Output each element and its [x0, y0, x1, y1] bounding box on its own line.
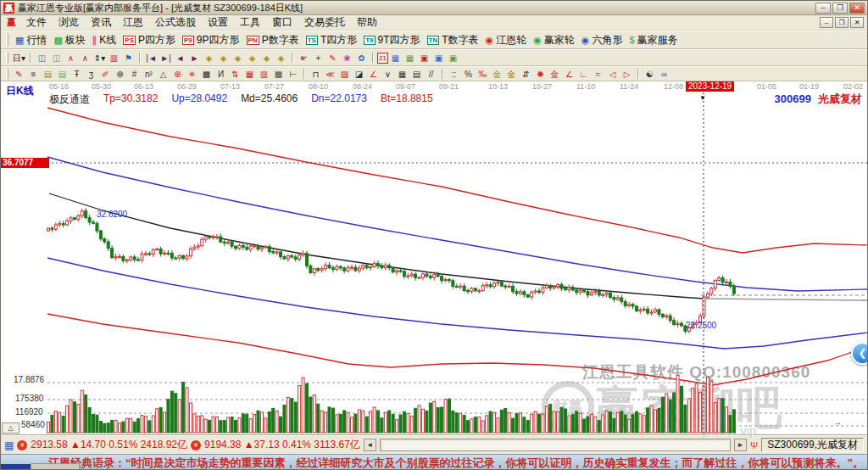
tool-icon-button[interactable]: 金: [548, 68, 562, 81]
tool-icon-button[interactable]: ⇕▾: [92, 52, 107, 64]
tool-icon-button[interactable]: ◈: [259, 52, 274, 64]
market-grid-icon[interactable]: ▦: [4, 439, 14, 451]
toolbar-button-T四方形[interactable]: TST四方形: [303, 31, 361, 48]
tool-icon-button[interactable]: +: [311, 52, 326, 64]
toolbar-button-板块[interactable]: ▩板块: [50, 31, 88, 48]
tool-icon-button[interactable]: %: [461, 68, 476, 81]
toolbar-button-P四方形[interactable]: PSP四方形: [120, 31, 179, 48]
tool-icon-button[interactable]: ✎: [326, 52, 340, 64]
status-scrollbar-left-button[interactable]: ◄: [364, 439, 376, 451]
tool-icon-button[interactable]: ✎: [12, 68, 26, 81]
tool-icon-button[interactable]: ▣: [417, 52, 431, 64]
toolbar-button-P数字表[interactable]: PNP数字表: [243, 31, 303, 48]
tool-icon-button[interactable]: ≪: [323, 68, 337, 81]
tool-icon-button[interactable]: 日▾: [12, 52, 26, 64]
tool-icon-button[interactable]: ⚑: [121, 52, 136, 64]
tool-icon-button[interactable]: ▩: [199, 68, 214, 81]
tool-icon-button[interactable]: ∠: [562, 68, 576, 81]
tool-icon-button[interactable]: ►|: [159, 52, 173, 64]
menu-item-交易委托[interactable]: 交易委托: [298, 15, 351, 30]
toolbar-button-赢家轮[interactable]: ◉赢家轮: [530, 31, 578, 48]
tool-icon-button[interactable]: ▤: [55, 68, 70, 81]
menu-item-浏览[interactable]: 浏览: [53, 15, 85, 30]
tool-icon-button[interactable]: И: [214, 68, 228, 81]
menu-item-公式选股[interactable]: 公式选股: [149, 15, 202, 30]
tool-icon-button[interactable]: ≡: [26, 68, 41, 81]
toolbar-button-赢家服务[interactable]: $赢家服务: [626, 31, 681, 48]
mdi-close-button[interactable]: ✕: [850, 17, 864, 28]
tool-icon-button[interactable]: ʒ: [84, 68, 98, 81]
tool-icon-button[interactable]: ∧: [78, 52, 92, 64]
tool-icon-button[interactable]: ⊕: [113, 68, 127, 81]
tool-icon-button[interactable]: ☛: [297, 52, 311, 64]
tool-icon-button[interactable]: n²: [142, 68, 156, 81]
tool-icon-button[interactable]: ►: [187, 52, 202, 64]
tool-icon-button[interactable]: ▩: [271, 68, 286, 81]
tool-icon-button[interactable]: 金: [504, 68, 519, 81]
tool-icon-button[interactable]: ✿: [354, 52, 369, 64]
tool-icon-button[interactable]: ∞: [657, 68, 671, 81]
menu-item-窗口[interactable]: 窗口: [266, 15, 298, 30]
status-scrollbar-trough[interactable]: [380, 439, 731, 451]
tool-icon-button[interactable]: ‰: [476, 68, 490, 81]
tool-icon-button[interactable]: ∧: [64, 52, 78, 64]
tool-icon-button[interactable]: ◪: [352, 68, 366, 81]
toolbar-button-9P四方形[interactable]: P99P四方形: [179, 31, 242, 48]
tool-icon-button[interactable]: ◫: [35, 52, 49, 64]
tool-icon-button[interactable]: Ŧ: [70, 68, 84, 81]
tool-icon-button[interactable]: ✳: [185, 68, 199, 81]
tool-icon-button[interactable]: ⊓: [309, 68, 323, 81]
close-button[interactable]: ✕: [849, 3, 865, 14]
tool-icon-button[interactable]: 21: [377, 53, 388, 64]
tool-icon-button[interactable]: ◄: [173, 52, 187, 64]
tool-icon-button[interactable]: ◈: [216, 52, 231, 64]
taskbar-fragment-button[interactable]: [31, 463, 80, 470]
tool-icon-button[interactable]: ◈: [274, 52, 288, 64]
toolbar-button-六角形[interactable]: ◉六角形: [578, 31, 626, 48]
tool-icon-button[interactable]: ◈: [231, 52, 245, 64]
tool-icon-button[interactable]: ▤: [41, 68, 55, 81]
volume-expand-button[interactable]: △: [2, 422, 19, 434]
tool-icon-button[interactable]: #: [127, 68, 142, 81]
tool-icon-button[interactable]: ◫: [49, 52, 64, 64]
tool-icon-button[interactable]: ☯: [643, 68, 657, 81]
menu-item-资讯[interactable]: 资讯: [85, 15, 117, 30]
tool-icon-button[interactable]: ▦: [388, 52, 403, 64]
tool-icon-button[interactable]: ::: [447, 68, 461, 81]
tool-icon-button[interactable]: ▦: [403, 52, 417, 64]
toolbar-button-K线[interactable]: ∥K线: [89, 31, 120, 48]
tool-icon-button[interactable]: ▥: [107, 52, 121, 64]
toolbar-button-行情[interactable]: ▦行情: [12, 31, 50, 48]
tool-icon-button[interactable]: ❀: [340, 52, 354, 64]
tool-icon-button[interactable]: //: [424, 68, 438, 81]
menu-item-江恩[interactable]: 江恩: [117, 15, 149, 30]
tool-icon-button[interactable]: ◈: [245, 52, 259, 64]
tool-icon-button[interactable]: ▣: [446, 52, 460, 64]
menu-item-工具[interactable]: 工具: [234, 15, 266, 30]
tool-icon-button[interactable]: ∟: [576, 68, 591, 81]
tool-icon-button[interactable]: ⊕: [170, 68, 185, 81]
minimize-button[interactable]: –: [815, 3, 831, 14]
tool-icon-button[interactable]: |◄: [144, 52, 159, 64]
toolbar-button-T数字表[interactable]: TNT数字表: [424, 31, 482, 48]
tool-icon-button[interactable]: ▣: [431, 52, 446, 64]
toolbar-button-9T四方形[interactable]: T99T四方形: [360, 31, 423, 48]
tool-icon-button[interactable]: ▨: [337, 68, 352, 81]
tool-icon-button[interactable]: ⇅: [228, 68, 242, 81]
tool-icon-button[interactable]: ▷: [620, 68, 634, 81]
tool-icon-button[interactable]: ▦: [242, 68, 257, 81]
chart-canvas[interactable]: [1, 81, 868, 435]
menu-item-文件[interactable]: 文件: [20, 15, 53, 30]
menu-item-帮助[interactable]: 帮助: [351, 15, 383, 30]
tool-icon-button[interactable]: 金: [490, 68, 504, 81]
chat-toggle-button[interactable]: ❮: [851, 342, 868, 365]
tool-icon-button[interactable]: ▤: [409, 68, 424, 81]
tool-icon-button[interactable]: ▦: [395, 68, 409, 81]
tool-icon-button[interactable]: ∠: [366, 68, 381, 81]
toolbar-button-江恩轮[interactable]: ◉江恩轮: [482, 31, 531, 48]
tool-icon-button[interactable]: ⇵: [519, 68, 533, 81]
tool-icon-button[interactable]: ✐: [98, 68, 113, 81]
tool-icon-button[interactable]: ⊢: [286, 68, 300, 81]
menu-item-设置[interactable]: 设置: [202, 15, 234, 30]
title-bar[interactable]: 赢 赢家江恩专业版[赢家内部服务平台] - [光威复材 SZ300699-184…: [1, 1, 867, 15]
